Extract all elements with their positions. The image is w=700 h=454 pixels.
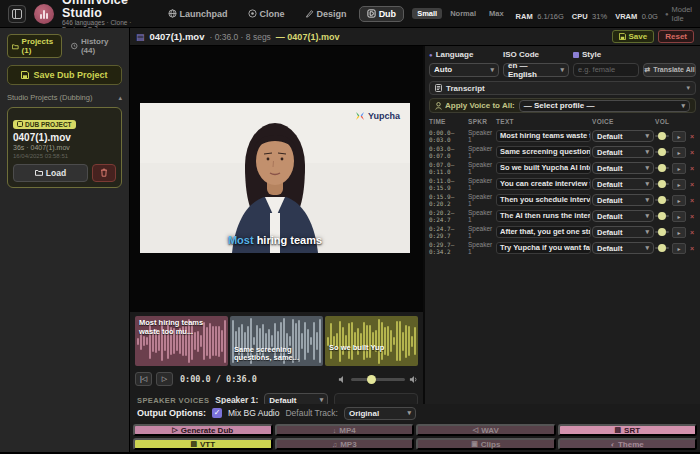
volume-slider-thumb[interactable] (367, 375, 376, 384)
segment-voice-select[interactable]: Default▾ (592, 178, 654, 190)
nav-design[interactable]: Design (297, 6, 355, 22)
segment-preview-button[interactable]: ▸ (672, 163, 686, 174)
default-track-select[interactable]: Original ▾ (344, 407, 416, 420)
segment-volume-knob[interactable] (658, 132, 666, 140)
segment-text-input[interactable]: You can create interview te (496, 178, 591, 190)
size-normal-button[interactable]: Normal (445, 8, 481, 19)
segment-text-input[interactable]: The AI then runs the intervi (496, 210, 591, 222)
save-button[interactable]: Save (612, 30, 655, 43)
segment-clear-button[interactable]: × (687, 165, 697, 172)
segment-volume-slider[interactable] (655, 199, 671, 201)
nav-launchpad[interactable]: Launchpad (160, 6, 236, 22)
translate-all-button[interactable]: ⇄ Translate All (643, 63, 696, 77)
segment-voice-select[interactable]: Default▾ (592, 194, 654, 206)
volume-slider[interactable] (351, 378, 405, 381)
load-project-button[interactable]: Load (13, 164, 88, 182)
save-dub-project-button[interactable]: Save Dub Project (7, 65, 122, 85)
segment-clear-button[interactable]: × (687, 229, 697, 236)
generate-dub-button[interactable]: ▷Generate Dub (133, 424, 273, 436)
segment-voice-select[interactable]: Default▾ (592, 210, 654, 222)
segment-time: 0:29.7–0:34.2 (429, 241, 467, 255)
theme-button[interactable]: ◐Theme (558, 438, 698, 450)
segment-text-input[interactable]: Then you schedule intervie (496, 194, 591, 206)
segment-voice-select[interactable]: Default▾ (592, 130, 654, 142)
skip-start-button[interactable]: |◁ (135, 372, 152, 386)
mp4-button[interactable]: ↓MP4 (275, 424, 415, 436)
segment-text-input[interactable]: Try Yupcha if you want fast (496, 242, 591, 254)
segment-clear-button[interactable]: × (687, 197, 697, 204)
segment-speaker: Speaker 1 (468, 225, 495, 239)
segment-text-input[interactable]: Same screening questions, (496, 146, 591, 158)
current-file-link[interactable]: — 0407(1).mov (276, 32, 340, 42)
segment-clear-button[interactable]: × (687, 133, 697, 140)
segment-volume-knob[interactable] (658, 180, 666, 188)
delete-project-button[interactable] (92, 164, 116, 182)
nav-dub[interactable]: Dub (359, 6, 405, 22)
stat-vram-value: 0.0G (642, 12, 658, 21)
sidebar-toggle-button[interactable] (8, 5, 26, 23)
size-small-button[interactable]: Small (412, 8, 442, 19)
timeline-segment[interactable]: Same screening questions, same... (230, 316, 323, 366)
segment-volume-slider[interactable] (655, 183, 671, 185)
segment-volume-slider[interactable] (655, 231, 671, 233)
style-input[interactable] (573, 63, 639, 77)
mp3-button[interactable]: ♫MP3 (275, 438, 415, 450)
srt-button[interactable]: ▤SRT (558, 424, 698, 436)
segment-volume-knob[interactable] (658, 196, 666, 204)
play-button[interactable]: ▷ (156, 372, 173, 386)
segment-preview-button[interactable]: ▸ (672, 227, 686, 238)
segment-volume-slider[interactable] (655, 167, 671, 169)
mix-bg-audio-label: Mix BG Audio (228, 408, 280, 418)
nav-clone[interactable]: Clone (240, 6, 293, 22)
segment-preview-button[interactable]: ▸ (672, 195, 686, 206)
segment-text-input[interactable]: So we built Yupcha AI Inter (496, 162, 591, 174)
mix-bg-audio-checkbox[interactable]: ✓ (212, 408, 222, 418)
segment-preview-button[interactable]: ▸ (672, 147, 686, 158)
segment-volume-knob[interactable] (658, 244, 666, 252)
segment-volume-slider[interactable] (655, 247, 671, 249)
tab-history[interactable]: History (44) (66, 34, 122, 58)
segment-preview-button[interactable]: ▸ (672, 131, 686, 142)
segment-voice-select[interactable]: Default▾ (592, 162, 654, 174)
segment-volume-slider[interactable] (655, 151, 671, 153)
segment-preview-button[interactable]: ▸ (672, 211, 686, 222)
segment-clear-button[interactable]: × (687, 245, 697, 252)
reset-button[interactable]: Reset (658, 30, 694, 43)
project-card[interactable]: DUB PROJECT 0407(1).mov 36s · 0407(1).mo… (7, 107, 122, 188)
model-status: ● Model Idle (665, 5, 692, 23)
segment-time: 0:00.0–0:03.0 (429, 129, 467, 143)
volume-low-icon[interactable] (338, 375, 347, 384)
vtt-button[interactable]: ▤VTT (133, 438, 273, 450)
segment-clear-button[interactable]: × (687, 181, 697, 188)
language-select[interactable]: Auto ▾ (429, 63, 499, 77)
segment-volume-slider[interactable] (655, 215, 671, 217)
segment-text-input[interactable]: After that, you get one stru (496, 226, 591, 238)
iso-code-select[interactable]: en — English ▾ (503, 63, 569, 77)
wav-button[interactable]: ◁WAV (416, 424, 556, 436)
clips-button[interactable]: ▣Clips (416, 438, 556, 450)
segment-clear-button[interactable]: × (687, 213, 697, 220)
transcript-header[interactable]: Transcript ▾ (429, 81, 696, 95)
tab-projects[interactable]: Projects (1) (7, 34, 62, 58)
segment-clear-button[interactable]: × (687, 149, 697, 156)
segment-preview-button[interactable]: ▸ (672, 243, 686, 254)
video-player[interactable]: Yupcha Most hiring teams (130, 46, 423, 312)
segment-volume-slider[interactable] (655, 135, 671, 137)
segment-volume-knob[interactable] (658, 164, 666, 172)
size-max-button[interactable]: Max (484, 8, 509, 19)
segment-voice-select[interactable]: Default▾ (592, 242, 654, 254)
segment-voice-select[interactable]: Default▾ (592, 226, 654, 238)
collapse-icon[interactable]: ▴ (118, 94, 122, 102)
segment-volume-knob[interactable] (658, 212, 666, 220)
segment-volume-track (655, 151, 669, 153)
voice-profile-select[interactable]: — Select profile — ▾ (519, 100, 690, 112)
segment-voice-select[interactable]: Default▾ (592, 146, 654, 158)
segment-volume-knob[interactable] (658, 148, 666, 156)
col-time: TIME (429, 118, 467, 125)
segment-volume-knob[interactable] (658, 228, 666, 236)
timeline-segment[interactable]: So we built Yup (325, 316, 418, 366)
segment-text-input[interactable]: Most hiring teams waste to (496, 130, 591, 142)
timeline-segment[interactable]: Most hiring teams waste too mu... (135, 316, 228, 366)
segment-preview-button[interactable]: ▸ (672, 179, 686, 190)
volume-high-icon[interactable] (409, 375, 418, 384)
